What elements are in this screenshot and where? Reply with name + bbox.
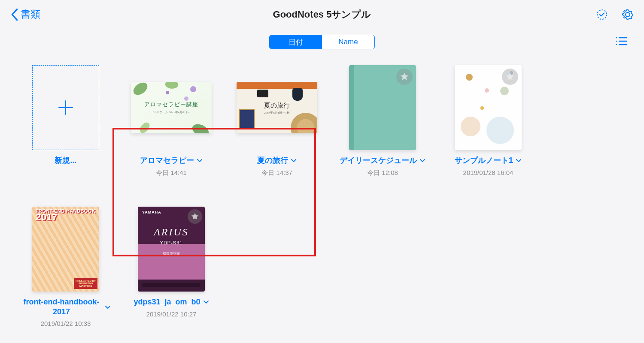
dashed-check-icon [596,9,608,21]
sort-segmented-control: 日付 Name [269,35,375,49]
document-thumbnail[interactable] [455,65,522,150]
document-thumbnail[interactable] [349,65,416,150]
document-timestamp: 2019/01/22 10:33 [41,320,91,327]
document-thumbnail[interactable]: YAMAHA ARIUS YDP-S31 取扱説明書 [138,207,205,292]
cover-year: 2017 [36,212,58,223]
document-grid: 新規... アロマセラピー講座○○スクール 20xx年4月8日～ アロマセラピー… [0,55,644,342]
new-document-label[interactable]: 新規... [55,156,76,165]
chevron-down-icon [291,157,297,163]
favorite-badge[interactable] [502,69,518,85]
document-thumbnail[interactable]: アロマセラピー講座○○スクール 20xx年4月8日～ [131,82,212,133]
page-title: GoodNotes 5サンプル [273,8,371,21]
select-button[interactable] [596,9,608,21]
document-thumbnail[interactable]: FRONT-END HANDBOOK2017 PRESENTED BYFRONT… [32,207,99,292]
document-title-button[interactable]: サンプルノート1 [455,156,522,165]
document-cell[interactable]: 夏の旅行20xx年8月1日～7日 夏の旅行 今日 14:37 [224,59,330,201]
sort-by-name[interactable]: Name [322,35,374,49]
document-title: デイリースケジュール [340,156,417,165]
cover-headline: 夏の旅行 [237,102,317,110]
new-document-cell[interactable]: 新規... [13,59,118,201]
sort-by-date[interactable]: 日付 [270,35,322,49]
document-cell[interactable]: サンプルノート1 2019/01/28 16:04 [435,59,541,201]
star-icon [400,72,409,81]
chevron-down-icon [419,157,425,163]
list-view-button[interactable] [615,36,628,48]
settings-button[interactable] [622,9,634,21]
favorite-badge[interactable] [396,69,413,85]
favorite-badge[interactable] [188,209,202,224]
document-cell[interactable]: デイリースケジュール 今日 12:08 [330,59,435,201]
cover-sub: 20xx年8月1日～7日 [237,111,317,115]
document-title: サンプルノート1 [455,156,513,165]
chevron-left-icon [10,9,19,21]
star-icon [191,212,199,221]
gear-icon [622,9,634,21]
cover-brand: YAMAHA [142,210,161,214]
document-timestamp: 今日 14:37 [261,169,292,177]
top-bar: 書類 GoodNotes 5サンプル [0,0,644,29]
document-title: front-end-handbook-2017 [21,297,102,316]
document-title: ydps31_ja_om_b0 [134,297,200,307]
document-title-button[interactable]: アロマセラピー [140,156,203,165]
chevron-down-icon [203,299,209,305]
cover-sub: 取扱説明書 [138,251,205,256]
document-title-button[interactable]: 夏の旅行 [257,156,297,165]
chevron-down-icon [516,157,522,163]
chevron-down-icon [197,157,203,163]
new-document-box[interactable] [32,65,99,150]
document-timestamp: 2019/01/28 16:04 [463,169,513,176]
cover-headline: アロマセラピー講座 [131,101,212,108]
back-button[interactable]: 書類 [10,8,40,21]
svg-point-5 [616,44,617,45]
list-icon [615,36,628,47]
content: 新規... アロマセラピー講座○○スクール 20xx年4月8日～ アロマセラピー… [0,55,644,342]
document-title: 夏の旅行 [257,156,288,165]
document-title-button[interactable]: デイリースケジュール [340,156,425,165]
document-cell[interactable]: FRONT-END HANDBOOK2017 PRESENTED BYFRONT… [13,201,118,342]
star-icon [505,72,515,81]
toolbar: 日付 Name [0,29,644,55]
svg-point-3 [616,41,617,42]
svg-point-1 [616,37,617,38]
document-thumbnail[interactable]: 夏の旅行20xx年8月1日～7日 [237,82,317,133]
document-timestamp: 今日 12:08 [367,169,398,177]
document-title: アロマセラピー [140,156,194,165]
chevron-down-icon [105,304,111,310]
cover-sub: ○○スクール 20xx年4月8日～ [131,110,212,114]
cover-model: YDP-S31 [138,240,205,245]
back-label: 書類 [21,8,40,21]
document-cell[interactable]: YAMAHA ARIUS YDP-S31 取扱説明書 ydps31_ja_om_… [118,201,224,342]
cover-name: ARIUS [138,226,205,238]
document-timestamp: 今日 14:41 [156,169,187,177]
document-title-button[interactable]: front-end-handbook-2017 [21,297,111,316]
document-timestamp: 2019/01/22 10:27 [146,310,197,318]
plus-icon [55,97,76,118]
document-title-button[interactable]: ydps31_ja_om_b0 [134,297,209,307]
document-cell[interactable]: アロマセラピー講座○○スクール 20xx年4月8日～ アロマセラピー 今日 14… [118,59,224,201]
